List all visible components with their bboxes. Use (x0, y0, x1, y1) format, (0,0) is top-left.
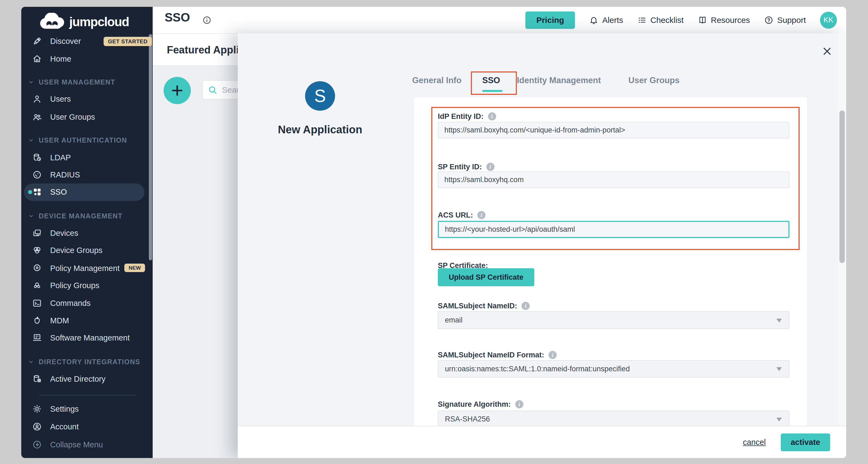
sidebar-item-label: Devices (50, 229, 78, 238)
sidebar-item-collapse-menu[interactable]: Collapse Menu (32, 436, 103, 453)
sidebar-item-active-directory[interactable]: Active Directory (32, 370, 105, 388)
section-title: DIRECTORY INTEGRATIONS (39, 358, 140, 366)
upload-sp-certificate-button[interactable]: Upload SP Certificate (438, 268, 534, 286)
sidebar-item-label: RADIUS (50, 171, 80, 179)
sidebar-item-radius[interactable]: RADIUS (32, 166, 80, 183)
sidebar-item-discover[interactable]: Discover (32, 32, 81, 50)
pricing-button[interactable]: Pricing (525, 11, 575, 29)
info-icon[interactable]: i (486, 163, 495, 171)
checklist-link[interactable]: Checklist (638, 16, 684, 25)
sidebar-item-policy-groups[interactable]: Policy Groups (32, 277, 99, 294)
page-title: SSO (165, 11, 190, 24)
tab-sso[interactable]: SSO (482, 75, 500, 86)
close-icon[interactable] (822, 47, 832, 56)
sidebar-item-users[interactable]: Users (32, 90, 71, 108)
add-application-button[interactable] (163, 77, 191, 104)
sidebar-item-label: Discover (50, 37, 81, 46)
jumpcloud-cloud-icon (38, 13, 66, 31)
book-icon (698, 16, 707, 25)
tab-general-info[interactable]: General Info (412, 75, 462, 86)
alerts-link[interactable]: Alerts (589, 16, 623, 25)
sidebar-scrollbar[interactable] (149, 34, 152, 260)
section-title: USER MANAGEMENT (39, 78, 115, 86)
signature-algorithm-select[interactable]: RSA-SHA256 (438, 410, 789, 428)
active-directory-icon (32, 374, 42, 384)
terminal-icon (32, 298, 42, 308)
sidebar-item-label: Policy Management (50, 264, 120, 273)
activate-button[interactable]: activate (781, 433, 830, 451)
rocket-icon (32, 36, 42, 46)
drawer-scrollbar-track[interactable] (838, 33, 846, 458)
sidebar-item-ldap[interactable]: LDAP (32, 149, 71, 166)
devices-icon (32, 228, 42, 238)
info-icon[interactable]: i (488, 112, 496, 121)
sp-entity-id-label: SP Entity ID: i (438, 162, 495, 172)
sidebar-item-software-management[interactable]: Software Management (32, 329, 130, 346)
info-icon[interactable] (202, 16, 212, 25)
section-device-management[interactable]: DEVICE MANAGEMENT (28, 211, 122, 221)
sidebar-item-label: Device Groups (50, 246, 102, 255)
home-icon (32, 54, 42, 64)
sidebar-item-sso[interactable]: SSO (32, 183, 67, 200)
plus-icon (170, 84, 184, 98)
idp-entity-id-input[interactable] (438, 122, 789, 138)
sidebar-item-label: Commands (50, 299, 91, 308)
field-label-text: ACS URL: (438, 211, 473, 219)
resources-link[interactable]: Resources (698, 16, 750, 25)
cancel-link[interactable]: cancel (743, 438, 766, 447)
caret-down-icon (776, 417, 782, 422)
sidebar-item-label: Account (50, 422, 79, 431)
samlsubject-nameid-select[interactable]: email (438, 311, 789, 329)
sidebar-item-mdm[interactable]: MDM (32, 312, 69, 329)
sidebar-item-policy-management[interactable]: Policy Management (32, 259, 120, 277)
sidebar-item-user-groups[interactable]: User Groups (32, 108, 95, 126)
app-window: jumpcloud Discover GET STARTED Home USER… (21, 7, 846, 458)
user-icon (32, 94, 42, 104)
search-placeholder: Sear (222, 85, 239, 95)
section-user-authentication[interactable]: USER AUTHENTICATION (28, 135, 127, 145)
new-application-drawer: S New Application General Info SSO Ident… (238, 33, 846, 458)
sidebar-item-home[interactable]: Home (32, 50, 71, 68)
sidebar-divider (39, 395, 136, 396)
question-circle-icon (764, 16, 773, 25)
info-icon[interactable]: i (477, 211, 486, 219)
tab-identity-management[interactable]: Identity Management (517, 75, 601, 86)
drawer-scrollbar-thumb[interactable] (839, 111, 845, 263)
jumpcloud-logo[interactable]: jumpcloud (38, 13, 129, 31)
field-label-text: IdP Entity ID: (438, 112, 484, 121)
device-groups-icon (32, 245, 42, 255)
sso-grid-icon (32, 187, 42, 197)
collapse-arrow-icon (32, 440, 42, 450)
info-icon[interactable]: i (522, 302, 530, 310)
active-indicator-dot (28, 190, 32, 194)
sidebar-item-commands[interactable]: Commands (32, 295, 91, 312)
section-title: USER AUTHENTICATION (39, 136, 127, 144)
samlsubject-nameid-format-select[interactable]: urn:oasis:names:tc:SAML:1.0:nameid-forma… (438, 360, 789, 378)
sidebar-item-label: SSO (50, 188, 67, 196)
sidebar-item-account[interactable]: Account (32, 418, 79, 435)
sidebar-item-settings[interactable]: Settings (32, 400, 79, 417)
section-directory-integrations[interactable]: DIRECTORY INTEGRATIONS (28, 357, 140, 367)
user-avatar[interactable]: KK (820, 12, 837, 29)
section-user-management[interactable]: USER MANAGEMENT (28, 77, 115, 87)
chevron-down-icon (28, 79, 34, 85)
field-label-text: Signature Algorithm: (438, 400, 511, 409)
sp-entity-id-input[interactable] (438, 172, 789, 188)
info-icon[interactable]: i (549, 351, 557, 359)
sidebar-item-device-groups[interactable]: Device Groups (32, 242, 102, 259)
apple-mdm-icon (32, 316, 42, 326)
samlsubject-nameid-label: SAMLSubject NameID: i (438, 301, 530, 311)
field-label-text: SAMLSubject NameID: (438, 302, 517, 310)
sidebar-item-devices[interactable]: Devices (32, 224, 78, 242)
application-avatar: S (305, 81, 335, 111)
alerts-label: Alerts (602, 16, 623, 25)
sidebar: jumpcloud Discover GET STARTED Home USER… (21, 7, 153, 458)
acs-url-input[interactable] (438, 221, 789, 238)
support-link[interactable]: Support (764, 16, 806, 25)
user-group-icon (32, 112, 42, 122)
support-label: Support (777, 16, 806, 25)
tab-user-groups[interactable]: User Groups (628, 75, 680, 86)
select-value: RSA-SHA256 (445, 415, 490, 423)
chevron-down-icon (28, 359, 34, 365)
info-icon[interactable]: i (515, 400, 523, 408)
